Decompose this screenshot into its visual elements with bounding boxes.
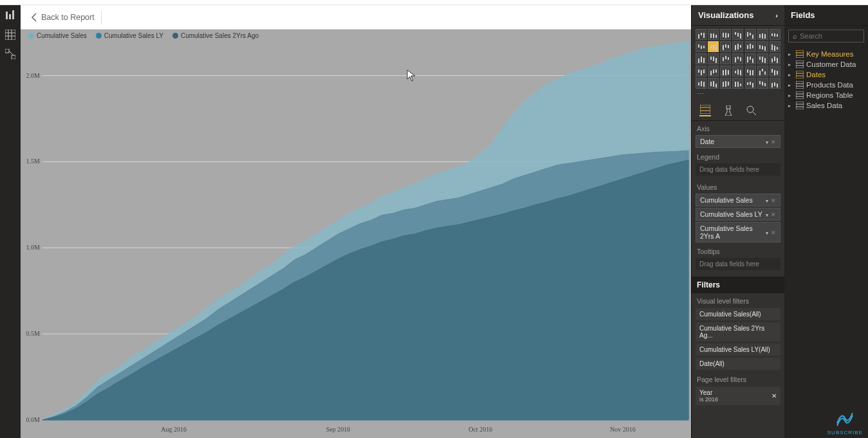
viz-type-icon[interactable] bbox=[770, 78, 780, 89]
svg-text:Oct 2016: Oct 2016 bbox=[468, 426, 492, 433]
viz-type-icon[interactable] bbox=[696, 53, 706, 64]
viz-type-icon[interactable] bbox=[745, 29, 756, 40]
tooltips-section-label: Tooltips bbox=[692, 244, 784, 257]
viz-type-icon[interactable] bbox=[708, 78, 719, 89]
field-table-row[interactable]: ▸Products Data bbox=[786, 80, 867, 90]
svg-rect-85 bbox=[771, 59, 773, 62]
viz-type-icon[interactable] bbox=[720, 66, 731, 77]
viz-type-icon[interactable] bbox=[732, 66, 743, 77]
more-visuals-button[interactable]: ⋯ bbox=[692, 89, 784, 100]
svg-rect-27 bbox=[703, 33, 705, 38]
analytics-tab-icon[interactable] bbox=[746, 105, 757, 116]
axis-field-name: Date bbox=[700, 138, 714, 145]
field-table-row[interactable]: ▸Regions Table bbox=[786, 90, 867, 100]
svg-rect-8 bbox=[5, 49, 9, 53]
back-to-report-button[interactable]: Back to Report bbox=[30, 10, 102, 24]
axis-field-chip[interactable]: Date ▾✕ bbox=[696, 135, 780, 148]
page-filter-chip[interactable]: Year is 2016 ✕ bbox=[696, 387, 780, 405]
viz-type-icon[interactable] bbox=[745, 41, 756, 52]
viz-type-icon[interactable] bbox=[732, 29, 743, 40]
svg-rect-113 bbox=[713, 81, 714, 87]
viz-type-icon[interactable] bbox=[720, 53, 731, 64]
viz-type-icon[interactable] bbox=[696, 78, 706, 89]
svg-rect-111 bbox=[703, 82, 705, 87]
page-filters-label: Page level filters bbox=[692, 372, 784, 385]
svg-rect-37 bbox=[747, 32, 748, 37]
viz-type-icon[interactable] bbox=[757, 41, 768, 52]
svg-rect-87 bbox=[777, 58, 778, 63]
viz-type-icon[interactable] bbox=[732, 53, 743, 64]
viz-type-icon[interactable] bbox=[745, 78, 756, 89]
left-rail bbox=[0, 5, 21, 438]
viz-type-icon[interactable] bbox=[770, 41, 780, 52]
viz-type-icon[interactable] bbox=[770, 66, 780, 77]
visual-filter-chip[interactable]: Cumulative Sales(All) bbox=[696, 308, 780, 320]
viz-type-icon[interactable] bbox=[745, 53, 756, 64]
legend-drop-hint[interactable]: Drag data fields here bbox=[696, 163, 780, 176]
field-table-row[interactable]: ▸Sales Data bbox=[786, 100, 867, 111]
viz-type-icon[interactable] bbox=[696, 29, 706, 40]
viz-type-icon[interactable] bbox=[745, 66, 756, 77]
svg-rect-82 bbox=[759, 57, 761, 60]
svg-rect-80 bbox=[750, 57, 751, 60]
chevron-right-icon[interactable]: › bbox=[775, 12, 778, 19]
svg-point-134 bbox=[747, 106, 753, 113]
viz-type-icon[interactable] bbox=[696, 66, 706, 77]
area-chart[interactable]: Cumulative SalesCumulative Sales LYCumul… bbox=[21, 30, 691, 438]
viz-type-icon[interactable] bbox=[770, 53, 780, 64]
viz-type-icon[interactable] bbox=[732, 78, 743, 89]
viz-type-icon[interactable] bbox=[708, 29, 719, 40]
svg-text:1.0M: 1.0M bbox=[26, 244, 41, 251]
field-table-row[interactable]: ▸Key Measures bbox=[786, 49, 867, 59]
viz-type-icon[interactable] bbox=[720, 78, 731, 89]
viz-type-icon[interactable] bbox=[708, 66, 719, 77]
viz-type-icon[interactable] bbox=[732, 41, 743, 52]
viz-type-icon[interactable] bbox=[757, 66, 768, 77]
viz-type-icon[interactable] bbox=[720, 29, 731, 40]
report-view-icon[interactable] bbox=[4, 9, 17, 22]
svg-rect-117 bbox=[728, 82, 729, 86]
model-view-icon[interactable] bbox=[4, 48, 17, 60]
viz-type-icon[interactable] bbox=[708, 41, 719, 52]
back-label: Back to Report bbox=[41, 13, 95, 22]
fields-search[interactable]: ⌕ bbox=[788, 30, 864, 42]
data-view-icon[interactable] bbox=[4, 28, 17, 41]
viz-type-icon[interactable] bbox=[770, 29, 780, 40]
svg-rect-116 bbox=[725, 81, 726, 87]
svg-rect-104 bbox=[762, 69, 763, 71]
value-field-chip[interactable]: Cumulative Sales 2Yrs A▾✕ bbox=[696, 222, 780, 242]
viz-type-icon[interactable] bbox=[757, 29, 768, 40]
tooltips-drop-hint[interactable]: Drag data fields here bbox=[696, 258, 780, 270]
visual-filter-chip[interactable]: Cumulative Sales LY(All) bbox=[696, 343, 780, 356]
fields-tab-icon[interactable] bbox=[699, 105, 711, 116]
viz-type-icon[interactable] bbox=[757, 78, 768, 89]
svg-rect-3 bbox=[5, 30, 15, 40]
svg-rect-58 bbox=[747, 45, 748, 49]
svg-rect-105 bbox=[764, 71, 766, 75]
format-tab-icon[interactable] bbox=[723, 105, 734, 116]
svg-rect-25 bbox=[698, 34, 699, 39]
viz-type-icon[interactable] bbox=[720, 41, 731, 52]
svg-rect-101 bbox=[750, 70, 751, 75]
svg-rect-31 bbox=[723, 33, 724, 37]
svg-rect-90 bbox=[703, 69, 705, 73]
field-table-row[interactable]: ▸Customer Data bbox=[786, 59, 867, 69]
svg-text:Sep 2016: Sep 2016 bbox=[326, 426, 351, 433]
fields-pane: Fields ⌕ ▸Key Measures▸Customer Data▸Dat… bbox=[784, 5, 868, 438]
subscribe-watermark: SUBSCRIBE bbox=[827, 413, 863, 435]
visualizations-pane: Visualizations › ⋯ Axis Date ▾✕ Legend D… bbox=[691, 5, 784, 438]
viz-type-icon[interactable] bbox=[708, 53, 719, 64]
field-table-row[interactable]: ▸Dates bbox=[786, 69, 867, 80]
search-input[interactable] bbox=[800, 32, 860, 40]
visual-filter-chip[interactable]: Date(All) bbox=[696, 358, 780, 370]
value-field-chip[interactable]: Cumulative Sales▾✕ bbox=[696, 194, 780, 206]
report-canvas: Back to Report Cumulative SalesCumulativ… bbox=[21, 5, 691, 438]
value-field-chip[interactable]: Cumulative Sales LY▾✕ bbox=[696, 208, 780, 221]
svg-rect-73 bbox=[723, 57, 724, 61]
svg-rect-2 bbox=[12, 10, 14, 19]
legend-section-label: Legend bbox=[692, 149, 784, 162]
viz-type-icon[interactable] bbox=[757, 53, 768, 64]
viz-type-icon[interactable] bbox=[696, 41, 706, 52]
remove-filter-icon[interactable]: ✕ bbox=[771, 392, 777, 399]
visual-filter-chip[interactable]: Cumulative Sales 2Yrs Ag... bbox=[696, 322, 780, 342]
